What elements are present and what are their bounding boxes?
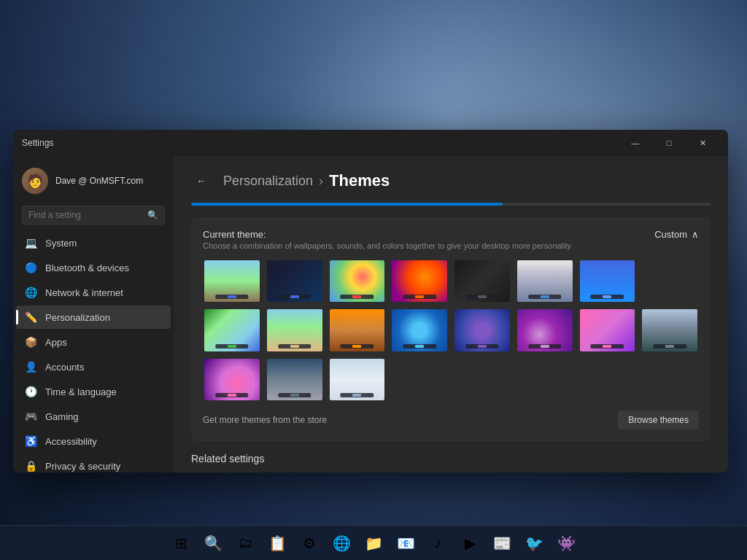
taskbar-gaming-app[interactable]: 👾 bbox=[551, 529, 581, 558]
sidebar-item-network[interactable]: 🌐 Network & internet bbox=[16, 281, 171, 304]
twitter-icon: 🐦 bbox=[525, 534, 543, 552]
sidebar-item-system[interactable]: 💻 System bbox=[16, 231, 171, 254]
theme-info: Current theme: Choose a combination of w… bbox=[203, 229, 571, 250]
theme-preview-11 bbox=[330, 309, 385, 351]
bluetooth-icon: 🔵 bbox=[25, 262, 36, 273]
accounts-icon: 👤 bbox=[25, 361, 36, 373]
taskbar-start[interactable]: ⊞ bbox=[166, 529, 196, 558]
theme-preview-10 bbox=[267, 309, 322, 351]
theme-item-5[interactable] bbox=[453, 259, 511, 303]
current-theme-label[interactable]: Custom ∧ bbox=[654, 229, 699, 240]
theme-preview-12 bbox=[392, 309, 447, 351]
sidebar-item-accounts[interactable]: 👤 Accounts bbox=[16, 355, 171, 378]
taskbar-mail[interactable]: 📧 bbox=[391, 529, 420, 558]
theme-grid bbox=[203, 259, 699, 353]
theme-item-6[interactable] bbox=[516, 259, 574, 303]
close-button[interactable]: ✕ bbox=[686, 131, 719, 155]
edge-icon: 🌐 bbox=[333, 534, 351, 552]
media-icon: ▶ bbox=[465, 534, 476, 552]
window-title: Settings bbox=[22, 138, 619, 148]
theme-item-1[interactable] bbox=[203, 259, 261, 303]
taskbar-news[interactable]: 📰 bbox=[487, 529, 516, 558]
theme-subtitle: Choose a combination of wallpapers, soun… bbox=[203, 241, 571, 250]
sidebar-item-personalization[interactable]: ✏️ Personalization bbox=[16, 306, 171, 329]
widgets-icon: 📋 bbox=[268, 534, 287, 552]
sidebar-item-bluetooth[interactable]: 🔵 Bluetooth & devices bbox=[16, 256, 171, 279]
theme-item-11[interactable] bbox=[328, 308, 387, 352]
maximize-button[interactable]: □ bbox=[652, 131, 686, 155]
sidebar-item-privacy[interactable]: 🔒 Privacy & security bbox=[16, 454, 171, 472]
theme-item-7[interactable] bbox=[578, 259, 637, 303]
apps-icon: 📦 bbox=[25, 336, 36, 348]
theme-preview-5 bbox=[454, 260, 510, 302]
taskbar-settings-icon: ⚙ bbox=[303, 534, 316, 552]
search-box[interactable]: 🔍 bbox=[22, 206, 165, 225]
taskbar-media[interactable]: ▶ bbox=[455, 529, 484, 558]
search-icon: 🔍 bbox=[147, 210, 158, 220]
breadcrumb-current: Themes bbox=[329, 171, 390, 190]
theme-item-2[interactable] bbox=[266, 259, 324, 303]
theme-item-13[interactable] bbox=[453, 308, 511, 352]
active-indicator bbox=[16, 310, 18, 324]
taskbar-explorer[interactable]: 📁 bbox=[359, 529, 388, 558]
taskbar-edge[interactable]: 🌐 bbox=[327, 529, 356, 558]
taskbar-search-icon: 🔍 bbox=[204, 534, 222, 552]
search-input[interactable] bbox=[28, 210, 143, 220]
sidebar-item-apps[interactable]: 📦 Apps bbox=[16, 330, 171, 354]
related-settings: Related settings bbox=[191, 453, 711, 464]
taskbar: ⊞ 🔍 🗂 📋 ⚙ 🌐 📁 📧 ♪ ▶ 📰 🐦 👾 bbox=[0, 525, 747, 560]
theme-preview-1 bbox=[204, 260, 260, 302]
taskview-icon: 🗂 bbox=[238, 534, 252, 551]
sidebar-item-label: Time & language bbox=[45, 386, 117, 397]
user-profile[interactable]: 🧑 Dave @ OnMSFT.com bbox=[13, 162, 174, 203]
theme-item-14[interactable] bbox=[516, 308, 574, 352]
sidebar-item-gaming[interactable]: 🎮 Gaming bbox=[16, 405, 171, 428]
sidebar-item-time[interactable]: 🕐 Time & language bbox=[16, 380, 171, 403]
taskbar-twitter[interactable]: 🐦 bbox=[519, 529, 549, 558]
theme-preview-15 bbox=[580, 309, 635, 351]
settings-window: Settings — □ ✕ 🧑 Dave @ OnMSFT.com 🔍 💻 bbox=[13, 130, 728, 472]
taskbar-spotify[interactable]: ♪ bbox=[423, 529, 452, 558]
sidebar-item-accessibility[interactable]: ♿ Accessibility bbox=[16, 429, 171, 453]
content-area: 🧑 Dave @ OnMSFT.com 🔍 💻 System 🔵 Bluetoo… bbox=[13, 156, 728, 472]
avatar: 🧑 bbox=[22, 168, 48, 194]
chevron-up-icon: ∧ bbox=[692, 229, 699, 240]
system-icon: 💻 bbox=[25, 237, 36, 249]
taskbar-taskview[interactable]: 🗂 bbox=[231, 529, 260, 558]
taskbar-settings[interactable]: ⚙ bbox=[295, 529, 324, 558]
theme-grid-row3 bbox=[203, 357, 699, 402]
back-button[interactable]: ← bbox=[191, 171, 212, 191]
taskbar-widgets[interactable]: 📋 bbox=[263, 529, 292, 558]
theme-item-16[interactable] bbox=[640, 308, 699, 352]
breadcrumb: ← Personalization › Themes bbox=[191, 171, 711, 191]
sidebar-item-label: Apps bbox=[45, 337, 67, 348]
sidebar-item-label: Network & internet bbox=[45, 287, 123, 298]
theme-item-9[interactable] bbox=[203, 308, 261, 352]
spotify-icon: ♪ bbox=[434, 534, 441, 551]
theme-preview-2 bbox=[267, 260, 322, 302]
theme-item-r3-2[interactable] bbox=[266, 357, 324, 402]
personalization-icon: ✏️ bbox=[25, 311, 36, 323]
theme-item-r3-3[interactable] bbox=[328, 357, 387, 402]
theme-item-3[interactable] bbox=[328, 259, 387, 303]
title-bar: Settings — □ ✕ bbox=[13, 130, 728, 156]
theme-preview-14 bbox=[517, 309, 573, 351]
theme-item-10[interactable] bbox=[266, 308, 324, 352]
theme-item-r3-1[interactable] bbox=[203, 357, 261, 402]
theme-item-4[interactable] bbox=[390, 259, 449, 303]
time-icon: 🕐 bbox=[25, 386, 36, 397]
store-row: Get more themes from the store Browse th… bbox=[203, 411, 699, 429]
theme-item-15[interactable] bbox=[578, 308, 637, 352]
browse-themes-button[interactable]: Browse themes bbox=[618, 411, 699, 429]
main-content: ← Personalization › Themes Current theme… bbox=[174, 156, 728, 472]
sidebar-item-label: Personalization bbox=[45, 312, 110, 323]
minimize-button[interactable]: — bbox=[619, 131, 652, 155]
taskbar-search[interactable]: 🔍 bbox=[198, 529, 228, 558]
theme-preview-6 bbox=[517, 260, 573, 302]
breadcrumb-parent[interactable]: Personalization bbox=[223, 174, 313, 189]
sidebar-item-label: Bluetooth & devices bbox=[45, 262, 129, 273]
accessibility-icon: ♿ bbox=[25, 435, 36, 447]
theme-item-12[interactable] bbox=[390, 308, 449, 352]
current-theme-name: Custom bbox=[654, 229, 687, 240]
scroll-indicator bbox=[191, 203, 711, 206]
